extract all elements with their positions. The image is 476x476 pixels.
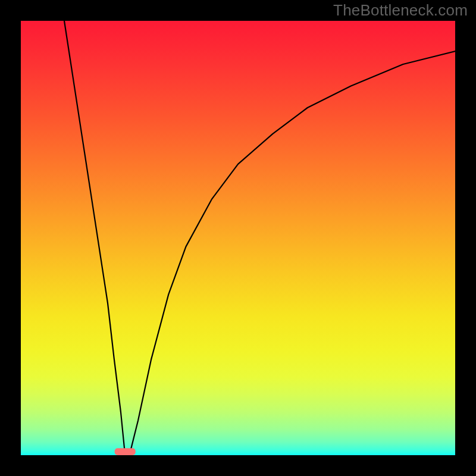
watermark-text: TheBottleneck.com [333, 1, 468, 20]
optimal-marker [115, 448, 136, 455]
plot-area [21, 21, 455, 455]
chart-frame: TheBottleneck.com [0, 0, 476, 476]
marker-layer [21, 21, 455, 455]
